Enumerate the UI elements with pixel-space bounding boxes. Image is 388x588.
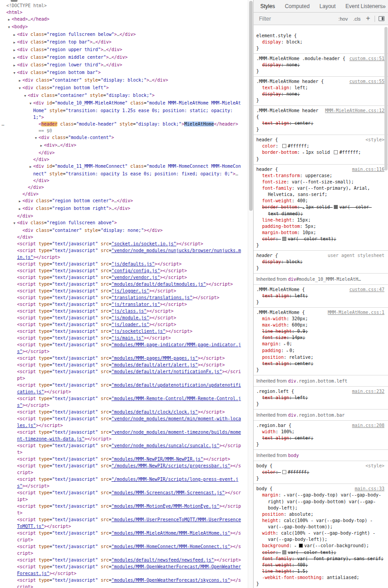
rule-selector[interactable]: .region.left {	[256, 389, 294, 394]
node-link[interactable]: div	[288, 413, 296, 418]
stylesheet-link[interactable]: main.css:116	[352, 166, 384, 173]
css-property[interactable]: font-size: var(--font-size-small);	[256, 179, 384, 185]
rule-selector[interactable]: .MMM-MieleAtHome .module-header {	[256, 56, 345, 61]
css-property[interactable]: width: calc(100% - var(--gap-body-right)…	[256, 530, 384, 543]
color-swatch[interactable]	[282, 144, 286, 148]
rule-selector[interactable]: header {	[256, 253, 278, 258]
node-close-div[interactable]: </div>	[0, 213, 248, 219]
dom-node-script[interactable]: <script type="text/javascript" src="modu…	[0, 530, 248, 543]
css-property[interactable]: height: calc(100% - var(--gap-body-top) …	[256, 518, 384, 530]
stylesheet-link[interactable]: MMM-MieleAtHome.css:12	[325, 108, 384, 114]
css-property[interactable]: display: none;	[256, 62, 384, 68]
rule-selector[interactable]: .MMM-MieleAtHome header {	[256, 108, 318, 119]
css-property[interactable]: font-size: 14px;	[256, 335, 384, 341]
expand-arrow-icon[interactable]: ▶	[39, 143, 44, 149]
css-property[interactable]: padding: ▸0;	[256, 348, 384, 354]
color-swatch[interactable]	[334, 205, 338, 209]
dom-node-script[interactable]: <script type="text/javascript" src="modu…	[0, 543, 248, 557]
dom-node-script[interactable]: <script type="text/javascript" src="modu…	[0, 516, 248, 530]
dom-node-script[interactable]: <script type="text/javascript" src="modu…	[0, 382, 248, 395]
css-property[interactable]: position: relative;	[256, 354, 384, 361]
css-property[interactable]: font-weight: 400;	[256, 198, 384, 204]
node-doctype[interactable]: <!DOCTYPE html>	[0, 2, 248, 9]
styles-filter-input[interactable]	[258, 15, 333, 22]
rule-selector[interactable]: .MMM-MieleAtHome header {	[256, 79, 324, 84]
dom-node-script[interactable]: <script type="text/javascript" src="js/c…	[0, 308, 248, 314]
rule-selector[interactable]: .MMM-MieleAtHome {	[256, 287, 305, 292]
dom-node-script[interactable]: <script type="text/javascript" src="modu…	[0, 341, 248, 355]
color-swatch[interactable]	[299, 544, 303, 548]
shorthand-expand-icon[interactable]: ▸	[284, 342, 287, 346]
toggle-sidebar-icon[interactable]	[379, 16, 384, 21]
css-property[interactable]: text-align: center;	[256, 120, 384, 126]
node-more-actions-icon[interactable]: …	[0, 122, 6, 126]
dom-node-script[interactable]: <script type="text/javascript" src="vend…	[0, 274, 248, 281]
expand-arrow-icon[interactable]: ▶	[6, 17, 12, 23]
expand-arrow-icon[interactable]: ▶	[17, 198, 22, 205]
element-classes-button[interactable]: .cls	[353, 16, 361, 22]
node-region-upper-third[interactable]: ▶<div class="region upper third">…</div>	[0, 46, 248, 54]
stylesheet-link[interactable]: main.css:33	[355, 486, 384, 492]
css-property[interactable]: line-height: 1.5;	[256, 568, 384, 575]
css-property[interactable]: text-align: center;	[256, 361, 384, 367]
collapse-arrow-icon[interactable]: ▼	[12, 220, 17, 227]
collapse-arrow-icon[interactable]: ▼	[12, 70, 17, 77]
rule-selector[interactable]: .region.bar {	[256, 423, 291, 428]
dom-node-script[interactable]: <script type="text/javascript" src="js/l…	[0, 287, 248, 294]
node-head[interactable]: ▶<head>…</head>	[0, 16, 248, 23]
css-property[interactable]: line-height: 0.9;	[256, 328, 384, 335]
shorthand-expand-icon[interactable]: ▸	[302, 205, 306, 209]
tab-overflow-icon[interactable]: »	[382, 0, 386, 13]
css-property[interactable]: line-height: 15px;	[256, 217, 384, 223]
node-body[interactable]: ▼<body>	[0, 23, 248, 31]
color-swatch[interactable]	[282, 237, 286, 241]
css-property[interactable]: border-bottom: ▸1px solid #ffffff;	[256, 149, 384, 156]
rule-selector[interactable]: header {	[256, 137, 278, 142]
css-property[interactable]: color: var(--color-text);	[256, 549, 384, 556]
dom-node-script[interactable]: <script type="text/javascript" src="modu…	[0, 362, 248, 368]
dom-node-script[interactable]: <script type="text/javascript" src="modu…	[0, 563, 248, 577]
css-property[interactable]: margin: ▸var(--gap-body-top) var(--gap-b…	[256, 492, 384, 511]
node-module-11-homeconnect[interactable]: ▶<div id="module_11_MMM-HomeConnect" cla…	[0, 163, 248, 184]
css-property[interactable]: border-bottom: ▸1px solid var(--color-te…	[256, 204, 384, 217]
node-close-div[interactable]: </div>	[0, 184, 248, 191]
node-container-empty[interactable]: <div class="container" style="display: n…	[0, 227, 248, 234]
rule-selector[interactable]: element.style {	[256, 33, 297, 38]
dom-node-script[interactable]: <script type="text/javascript" src="vend…	[0, 415, 248, 429]
dom-node-script[interactable]: <script type="text/javascript" src="modu…	[0, 557, 248, 563]
collapse-arrow-icon[interactable]: ▼	[22, 93, 28, 100]
dom-node-script[interactable]: <script type="text/javascript" src="vend…	[0, 247, 248, 261]
node-close-div[interactable]: </div>	[0, 149, 248, 156]
stylesheet-link[interactable]: custom.css:55	[349, 78, 384, 85]
dom-node-script[interactable]: <script type="text/javascript" src="modu…	[0, 409, 248, 415]
css-property[interactable]: position: absolute;	[256, 511, 384, 518]
dom-node-script[interactable]: <script type="text/javascript" src="modu…	[0, 368, 248, 382]
node-link[interactable]: body	[288, 453, 299, 458]
collapse-arrow-icon[interactable]: ▼	[28, 100, 33, 107]
css-property[interactable]: background: ▸var(--color-background);	[256, 543, 384, 549]
css-property[interactable]: font-weight: 400;	[256, 562, 384, 568]
css-property[interactable]: color: #ffffff;	[256, 469, 384, 475]
node-module-10-mieleathome[interactable]: ▼<div id="module_10_MMM-MieleAtHome" cla…	[0, 100, 248, 121]
css-property[interactable]: max-width: 600px;	[256, 322, 384, 328]
node-region-middle-center[interactable]: ▶<div class="region middle center">…</di…	[0, 54, 248, 61]
expand-arrow-icon[interactable]: ▶	[12, 39, 17, 46]
expand-arrow-icon[interactable]: ▶	[12, 55, 17, 61]
dom-node-script[interactable]: <script type="text/javascript" src="modu…	[0, 395, 248, 409]
dom-node-script[interactable]: <script type="text/javascript" src="js/d…	[0, 261, 248, 267]
dom-node-script[interactable]: <script type="text/javascript" src="conf…	[0, 267, 248, 274]
expand-arrow-icon[interactable]: ▶	[12, 32, 17, 39]
node-container[interactable]: ▼<div class="container" style="display: …	[0, 92, 248, 100]
css-property[interactable]: display: block;	[256, 39, 384, 45]
css-property[interactable]: min-width: 320px;	[256, 316, 384, 322]
node-region-bottom-center[interactable]: ▶<div class="region bottom center">…</di…	[0, 197, 248, 205]
rule-selector[interactable]: .MMM-MieleAtHome {	[256, 310, 305, 315]
node-region-bottom-left[interactable]: ▼<div class="region bottom left">	[0, 84, 248, 92]
css-property[interactable]: text-align: left;	[256, 85, 384, 91]
node-link-detail[interactable]: .region.bottom.bar	[296, 413, 345, 418]
css-property[interactable]: padding-bottom: 5px;	[256, 223, 384, 230]
css-property[interactable]: text-align: left;	[256, 293, 384, 299]
css-property[interactable]: margin: ▸0;	[256, 341, 384, 348]
color-swatch[interactable]	[282, 550, 286, 554]
dom-node-script[interactable]: <script type="text/javascript" src="/mod…	[0, 476, 248, 489]
